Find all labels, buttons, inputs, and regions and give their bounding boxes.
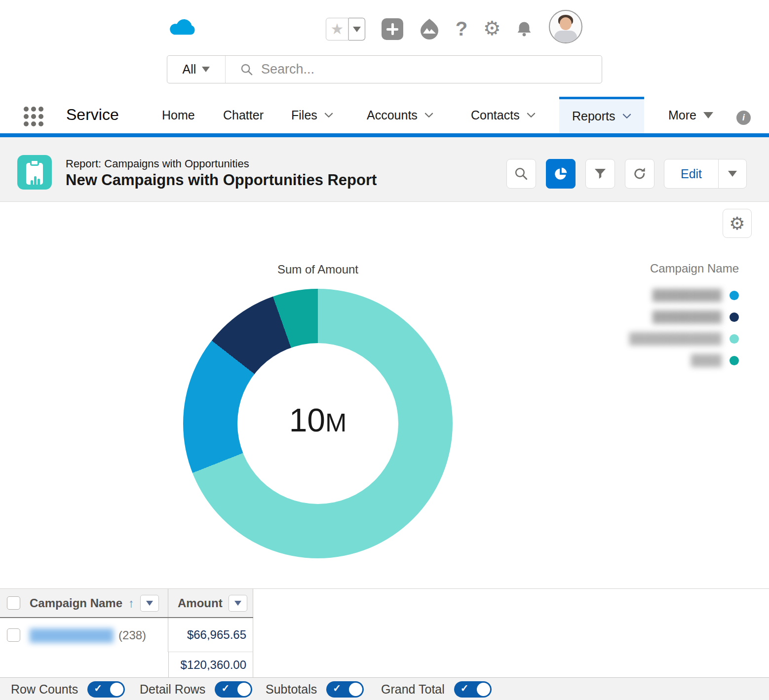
tab-more[interactable]: More xyxy=(665,97,716,133)
info-button[interactable]: i xyxy=(736,111,751,125)
report-type-label: Report: Campaigns with Opportunities xyxy=(66,157,249,170)
refresh-button[interactable] xyxy=(625,159,654,189)
search-icon xyxy=(514,167,528,181)
donut-hole: 10M xyxy=(237,343,398,504)
favorites-button-group: ★ xyxy=(326,18,365,40)
table-row: $120,360.00 xyxy=(168,652,253,678)
app-launcher-button[interactable] xyxy=(24,107,46,126)
filter-button[interactable] xyxy=(585,159,615,189)
tab-contacts[interactable]: Contacts xyxy=(468,97,538,133)
legend-item[interactable]: █████████ xyxy=(533,306,739,328)
favorites-dropdown-button[interactable] xyxy=(348,18,365,40)
search-icon xyxy=(240,63,253,76)
edit-button[interactable]: Edit xyxy=(664,159,719,188)
help-button[interactable]: ? xyxy=(452,16,471,41)
grand-total-toggle[interactable]: ✓ xyxy=(454,681,492,698)
subtotals-toggle[interactable]: ✓ xyxy=(326,681,364,698)
nav-active-underline xyxy=(0,133,769,137)
legend-item[interactable]: ████████████ xyxy=(533,328,739,350)
search-report-button[interactable] xyxy=(506,159,536,189)
trailhead-help-button[interactable] xyxy=(419,17,440,41)
edit-dropdown-button[interactable] xyxy=(719,159,746,188)
report-footer: Row Counts ✓ Detail Rows ✓ Subtotals ✓ G… xyxy=(0,677,769,700)
table-row: ██████████ (238) $66,965.65 xyxy=(0,618,253,652)
legend-dot-icon xyxy=(730,291,739,300)
tab-chatter[interactable]: Chatter xyxy=(220,97,267,133)
app-name: Service xyxy=(66,106,119,124)
global-add-button[interactable] xyxy=(382,18,403,40)
setup-button[interactable]: ⚙ xyxy=(481,15,503,41)
chevron-down-icon xyxy=(353,27,361,32)
select-all-checkbox[interactable] xyxy=(7,596,20,610)
check-icon: ✓ xyxy=(94,682,102,694)
detail-rows-toggle[interactable]: ✓ xyxy=(215,681,252,698)
chevron-down-icon xyxy=(202,67,210,72)
notifications-button[interactable] xyxy=(513,16,535,41)
legend-dot-icon xyxy=(730,356,739,365)
edit-button-group: Edit xyxy=(664,159,747,189)
table-header-row: Campaign Name ↑ Amount xyxy=(0,589,253,618)
app-navigation-bar: Service Home Chatter Files Accounts Cont… xyxy=(0,97,769,133)
report-clipboard-icon xyxy=(17,155,52,190)
search-scope-label: All xyxy=(183,62,196,77)
chevron-down-icon xyxy=(146,601,153,606)
question-mark-icon: ? xyxy=(456,18,467,40)
filter-funnel-icon xyxy=(593,167,607,180)
amount-column-menu-button[interactable] xyxy=(229,595,247,612)
tab-reports[interactable]: Reports xyxy=(559,97,644,133)
donut-chart[interactable]: 10M xyxy=(183,289,453,558)
salesforce-report-page: ★ ? ⚙ All Service Home Chatter Files Acc… xyxy=(0,0,769,700)
check-icon: ✓ xyxy=(461,682,469,694)
legend-title: Campaign Name xyxy=(533,262,739,275)
detail-rows-label: Detail Rows xyxy=(140,682,205,697)
search-scope-selector[interactable]: All xyxy=(167,56,226,83)
legend-item[interactable]: █████████ xyxy=(533,284,739,306)
legend-item[interactable]: ████ xyxy=(533,350,739,371)
donut-center-label: 10M xyxy=(289,401,347,439)
chevron-down-icon xyxy=(622,114,631,119)
search-input[interactable] xyxy=(261,62,602,77)
legend-label: █████████ xyxy=(653,311,722,323)
check-icon: ✓ xyxy=(333,682,341,694)
row-counts-toggle[interactable]: ✓ xyxy=(87,681,125,698)
salesforce-logo-icon xyxy=(169,15,197,37)
column-header-campaign-name[interactable]: Campaign Name xyxy=(30,596,122,610)
sort-ascending-icon: ↑ xyxy=(128,596,134,610)
subtotals-label: Subtotals xyxy=(266,682,317,697)
column-header-amount[interactable]: Amount xyxy=(178,596,223,610)
page-title: New Campaigns with Opportunities Report xyxy=(66,171,377,189)
trailhead-icon xyxy=(420,18,439,40)
tab-accounts[interactable]: Accounts xyxy=(364,97,436,133)
legend-dot-icon xyxy=(730,312,739,322)
user-avatar[interactable] xyxy=(549,10,582,43)
chevron-down-icon xyxy=(527,113,536,118)
info-icon: i xyxy=(742,113,745,123)
row-count: (238) xyxy=(118,628,146,642)
row-counts-label: Row Counts xyxy=(11,682,78,697)
chevron-down-icon xyxy=(324,113,333,118)
legend-label: ████ xyxy=(691,354,722,367)
bell-icon xyxy=(516,21,533,37)
legend-items: ██████████████████████████████████ xyxy=(533,284,739,371)
amount-cell: $120,360.00 xyxy=(181,658,246,672)
pie-chart-icon xyxy=(553,166,568,181)
campaign-column-menu-button[interactable] xyxy=(140,595,159,612)
star-icon: ★ xyxy=(331,22,344,37)
report-table: Campaign Name ↑ Amount ██████████ (238) … xyxy=(0,588,769,677)
legend-label: ████████████ xyxy=(629,332,722,345)
chevron-down-icon xyxy=(234,601,241,606)
toggle-chart-button[interactable] xyxy=(546,159,576,189)
chevron-down-icon xyxy=(424,113,433,118)
tab-files[interactable]: Files xyxy=(288,97,336,133)
chevron-down-icon xyxy=(728,171,737,177)
legend-dot-icon xyxy=(730,334,739,344)
chart-settings-button[interactable]: ⚙ xyxy=(723,209,752,238)
global-search: All xyxy=(167,55,602,83)
amount-cell: $66,965.65 xyxy=(187,628,246,642)
check-icon: ✓ xyxy=(221,682,230,694)
grand-total-label: Grand Total xyxy=(381,682,445,697)
tab-home[interactable]: Home xyxy=(159,97,198,133)
campaign-link[interactable]: ██████████ xyxy=(30,628,114,642)
row-checkbox[interactable] xyxy=(7,628,20,642)
favorites-star-button[interactable]: ★ xyxy=(326,18,348,40)
